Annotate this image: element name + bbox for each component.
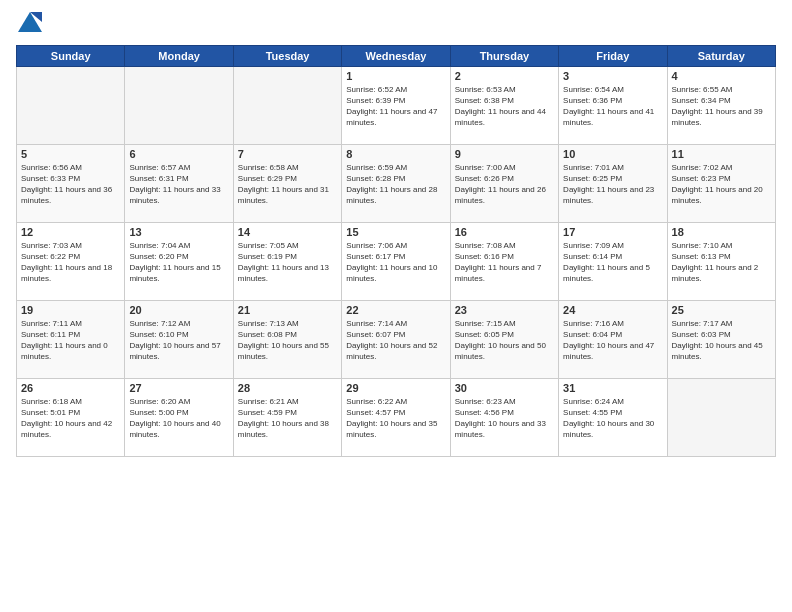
cell-info: Sunrise: 7:12 AMSunset: 6:10 PMDaylight:… — [129, 318, 228, 363]
calendar-cell: 16Sunrise: 7:08 AMSunset: 6:16 PMDayligh… — [450, 222, 558, 300]
date-number: 26 — [21, 382, 120, 394]
date-number: 8 — [346, 148, 445, 160]
calendar-cell: 9Sunrise: 7:00 AMSunset: 6:26 PMDaylight… — [450, 144, 558, 222]
date-number: 16 — [455, 226, 554, 238]
cell-info: Sunrise: 6:24 AMSunset: 4:55 PMDaylight:… — [563, 396, 662, 441]
date-number: 29 — [346, 382, 445, 394]
cell-info: Sunrise: 6:52 AMSunset: 6:39 PMDaylight:… — [346, 84, 445, 129]
calendar-cell: 12Sunrise: 7:03 AMSunset: 6:22 PMDayligh… — [17, 222, 125, 300]
calendar-cell: 22Sunrise: 7:14 AMSunset: 6:07 PMDayligh… — [342, 300, 450, 378]
logo — [16, 12, 42, 37]
date-number: 6 — [129, 148, 228, 160]
cell-info: Sunrise: 7:11 AMSunset: 6:11 PMDaylight:… — [21, 318, 120, 363]
day-header-sunday: Sunday — [17, 45, 125, 66]
logo-icon — [18, 12, 42, 32]
week-row-2: 5Sunrise: 6:56 AMSunset: 6:33 PMDaylight… — [17, 144, 776, 222]
calendar-cell: 20Sunrise: 7:12 AMSunset: 6:10 PMDayligh… — [125, 300, 233, 378]
header — [16, 12, 776, 37]
calendar-cell: 17Sunrise: 7:09 AMSunset: 6:14 PMDayligh… — [559, 222, 667, 300]
cell-info: Sunrise: 7:10 AMSunset: 6:13 PMDaylight:… — [672, 240, 771, 285]
date-number: 30 — [455, 382, 554, 394]
calendar-cell: 10Sunrise: 7:01 AMSunset: 6:25 PMDayligh… — [559, 144, 667, 222]
date-number: 12 — [21, 226, 120, 238]
date-number: 9 — [455, 148, 554, 160]
calendar-cell: 13Sunrise: 7:04 AMSunset: 6:20 PMDayligh… — [125, 222, 233, 300]
week-row-3: 12Sunrise: 7:03 AMSunset: 6:22 PMDayligh… — [17, 222, 776, 300]
cell-info: Sunrise: 7:08 AMSunset: 6:16 PMDaylight:… — [455, 240, 554, 285]
date-number: 31 — [563, 382, 662, 394]
date-number: 14 — [238, 226, 337, 238]
day-header-thursday: Thursday — [450, 45, 558, 66]
date-number: 28 — [238, 382, 337, 394]
cell-info: Sunrise: 6:59 AMSunset: 6:28 PMDaylight:… — [346, 162, 445, 207]
calendar-cell: 25Sunrise: 7:17 AMSunset: 6:03 PMDayligh… — [667, 300, 775, 378]
date-number: 1 — [346, 70, 445, 82]
calendar-cell: 30Sunrise: 6:23 AMSunset: 4:56 PMDayligh… — [450, 378, 558, 456]
date-number: 17 — [563, 226, 662, 238]
cell-info: Sunrise: 7:13 AMSunset: 6:08 PMDaylight:… — [238, 318, 337, 363]
date-number: 5 — [21, 148, 120, 160]
cell-info: Sunrise: 6:54 AMSunset: 6:36 PMDaylight:… — [563, 84, 662, 129]
calendar-cell: 27Sunrise: 6:20 AMSunset: 5:00 PMDayligh… — [125, 378, 233, 456]
calendar-cell — [233, 66, 341, 144]
day-header-monday: Monday — [125, 45, 233, 66]
cell-info: Sunrise: 7:15 AMSunset: 6:05 PMDaylight:… — [455, 318, 554, 363]
day-header-saturday: Saturday — [667, 45, 775, 66]
date-number: 2 — [455, 70, 554, 82]
calendar-cell: 2Sunrise: 6:53 AMSunset: 6:38 PMDaylight… — [450, 66, 558, 144]
date-number: 18 — [672, 226, 771, 238]
calendar-cell: 18Sunrise: 7:10 AMSunset: 6:13 PMDayligh… — [667, 222, 775, 300]
calendar-cell: 8Sunrise: 6:59 AMSunset: 6:28 PMDaylight… — [342, 144, 450, 222]
date-number: 21 — [238, 304, 337, 316]
cell-info: Sunrise: 7:05 AMSunset: 6:19 PMDaylight:… — [238, 240, 337, 285]
cell-info: Sunrise: 6:58 AMSunset: 6:29 PMDaylight:… — [238, 162, 337, 207]
day-header-friday: Friday — [559, 45, 667, 66]
calendar-cell — [17, 66, 125, 144]
calendar-cell: 3Sunrise: 6:54 AMSunset: 6:36 PMDaylight… — [559, 66, 667, 144]
date-number: 11 — [672, 148, 771, 160]
cell-info: Sunrise: 6:23 AMSunset: 4:56 PMDaylight:… — [455, 396, 554, 441]
cell-info: Sunrise: 7:09 AMSunset: 6:14 PMDaylight:… — [563, 240, 662, 285]
cell-info: Sunrise: 7:17 AMSunset: 6:03 PMDaylight:… — [672, 318, 771, 363]
calendar-cell: 6Sunrise: 6:57 AMSunset: 6:31 PMDaylight… — [125, 144, 233, 222]
calendar-cell — [667, 378, 775, 456]
calendar-cell: 1Sunrise: 6:52 AMSunset: 6:39 PMDaylight… — [342, 66, 450, 144]
header-row: SundayMondayTuesdayWednesdayThursdayFrid… — [17, 45, 776, 66]
calendar-cell: 11Sunrise: 7:02 AMSunset: 6:23 PMDayligh… — [667, 144, 775, 222]
date-number: 4 — [672, 70, 771, 82]
calendar-cell: 29Sunrise: 6:22 AMSunset: 4:57 PMDayligh… — [342, 378, 450, 456]
cell-info: Sunrise: 6:21 AMSunset: 4:59 PMDaylight:… — [238, 396, 337, 441]
cell-info: Sunrise: 7:06 AMSunset: 6:17 PMDaylight:… — [346, 240, 445, 285]
calendar-cell: 31Sunrise: 6:24 AMSunset: 4:55 PMDayligh… — [559, 378, 667, 456]
cell-info: Sunrise: 7:16 AMSunset: 6:04 PMDaylight:… — [563, 318, 662, 363]
date-number: 15 — [346, 226, 445, 238]
cell-info: Sunrise: 7:01 AMSunset: 6:25 PMDaylight:… — [563, 162, 662, 207]
calendar-page: SundayMondayTuesdayWednesdayThursdayFrid… — [0, 0, 792, 612]
calendar-cell: 7Sunrise: 6:58 AMSunset: 6:29 PMDaylight… — [233, 144, 341, 222]
calendar-cell: 28Sunrise: 6:21 AMSunset: 4:59 PMDayligh… — [233, 378, 341, 456]
date-number: 22 — [346, 304, 445, 316]
date-number: 25 — [672, 304, 771, 316]
calendar-table: SundayMondayTuesdayWednesdayThursdayFrid… — [16, 45, 776, 457]
calendar-cell: 26Sunrise: 6:18 AMSunset: 5:01 PMDayligh… — [17, 378, 125, 456]
date-number: 7 — [238, 148, 337, 160]
cell-info: Sunrise: 7:02 AMSunset: 6:23 PMDaylight:… — [672, 162, 771, 207]
week-row-1: 1Sunrise: 6:52 AMSunset: 6:39 PMDaylight… — [17, 66, 776, 144]
calendar-cell: 14Sunrise: 7:05 AMSunset: 6:19 PMDayligh… — [233, 222, 341, 300]
calendar-cell: 19Sunrise: 7:11 AMSunset: 6:11 PMDayligh… — [17, 300, 125, 378]
date-number: 27 — [129, 382, 228, 394]
date-number: 3 — [563, 70, 662, 82]
cell-info: Sunrise: 6:57 AMSunset: 6:31 PMDaylight:… — [129, 162, 228, 207]
date-number: 19 — [21, 304, 120, 316]
cell-info: Sunrise: 7:14 AMSunset: 6:07 PMDaylight:… — [346, 318, 445, 363]
cell-info: Sunrise: 6:53 AMSunset: 6:38 PMDaylight:… — [455, 84, 554, 129]
week-row-5: 26Sunrise: 6:18 AMSunset: 5:01 PMDayligh… — [17, 378, 776, 456]
day-header-tuesday: Tuesday — [233, 45, 341, 66]
date-number: 10 — [563, 148, 662, 160]
cell-info: Sunrise: 7:00 AMSunset: 6:26 PMDaylight:… — [455, 162, 554, 207]
date-number: 23 — [455, 304, 554, 316]
date-number: 13 — [129, 226, 228, 238]
cell-info: Sunrise: 6:18 AMSunset: 5:01 PMDaylight:… — [21, 396, 120, 441]
week-row-4: 19Sunrise: 7:11 AMSunset: 6:11 PMDayligh… — [17, 300, 776, 378]
date-number: 20 — [129, 304, 228, 316]
